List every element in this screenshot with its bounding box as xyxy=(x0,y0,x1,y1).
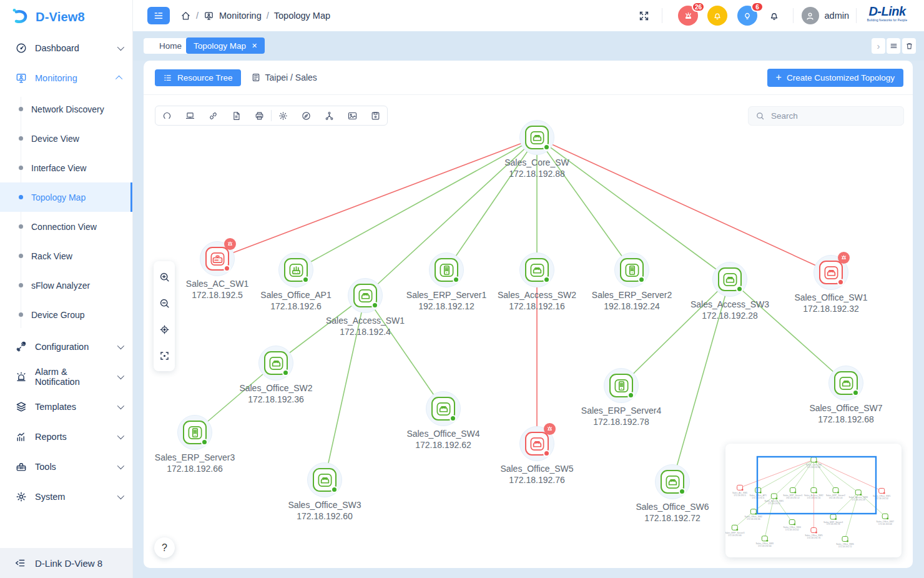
sidebar-item-templates[interactable]: Templates xyxy=(0,392,132,422)
collapse-sidebar-icon xyxy=(14,557,26,569)
sidebar-item-sflow-analyzer[interactable]: sFlow Analyzer xyxy=(0,271,132,300)
topology-node-sales-office-ap1[interactable]: Sales_Office_AP1172.18.192.6 xyxy=(278,252,313,287)
sidebar-item-reports[interactable]: Reports xyxy=(0,422,132,452)
tab-home[interactable]: Home xyxy=(149,38,192,54)
tabs-menu-button[interactable] xyxy=(887,38,900,54)
link-button[interactable] xyxy=(202,106,225,125)
topology-node-sales-office-sw2[interactable]: Sales_Office_SW2172.18.192.36 xyxy=(258,346,293,381)
sidebar-item-topology-map[interactable]: Topology Map xyxy=(0,182,132,212)
refresh-icon xyxy=(162,111,172,121)
topology-node-sales-office-sw7[interactable]: Sales_Office_SW7172.18.192.68 xyxy=(828,366,863,401)
tabs-scroll-right-button[interactable]: › xyxy=(872,38,885,54)
sidebar-item-interface-view[interactable]: Interface View xyxy=(0,153,132,182)
topology-node-sales-office-sw1[interactable]: Sales_Office_SW1172.18.192.32 xyxy=(813,255,848,290)
sidebar-item-system[interactable]: System xyxy=(0,482,132,512)
close-icon[interactable]: ✕ xyxy=(252,42,257,50)
search-input[interactable] xyxy=(770,111,888,121)
node-label: Sales_Access_SW1172.18.192.4 xyxy=(303,315,428,337)
topology-header-row: Resource Tree Taipei / Sales + Create Cu… xyxy=(144,61,913,95)
locate-button[interactable] xyxy=(154,316,175,342)
tabs-close-all-button[interactable] xyxy=(902,38,916,54)
sidebar-item-dashboard[interactable]: Dashboard xyxy=(0,33,132,63)
sidebar-item-label: sFlow Analyzer xyxy=(31,281,90,291)
chevron-down-icon xyxy=(117,372,124,379)
tree-list-icon xyxy=(163,73,172,82)
bullet-icon xyxy=(19,166,23,170)
node-label: Sales_ERP_Server3172.18.192.66 xyxy=(132,452,257,474)
topology-location: Taipei / Sales xyxy=(251,72,317,82)
chevron-right-icon: › xyxy=(877,41,880,51)
node-halo xyxy=(519,252,554,287)
sidebar-item-network-discovery[interactable]: Network Discovery xyxy=(0,94,132,124)
node-label: Sales_Office_SW4172.18.192.62 xyxy=(381,428,506,451)
sidebar-item-rack-view[interactable]: Rack View xyxy=(0,241,132,271)
topology-node-sales-office-sw5[interactable]: Sales_Office_SW5172.18.192.76 xyxy=(519,426,554,461)
sidebar-item-device-view[interactable]: Device View xyxy=(0,124,132,153)
link-icon xyxy=(208,111,219,121)
breadcrumb-topology-map[interactable]: Topology Map xyxy=(274,11,330,21)
topology-node-sales-access-sw3[interactable]: Sales_Access_SW3172.18.192.28 xyxy=(712,262,747,297)
zoom-out-button[interactable] xyxy=(154,290,175,316)
bell-icon xyxy=(712,11,722,21)
resource-tree-button[interactable]: Resource Tree xyxy=(155,69,241,86)
compass-button[interactable] xyxy=(295,106,318,125)
bullet-icon xyxy=(19,107,23,111)
topology-node-sales-core-sw[interactable]: Sales_Core_SW172.18.192.88 xyxy=(519,120,554,155)
user-menu[interactable]: admin xyxy=(802,0,850,31)
sidebar-item-connection-view[interactable]: Connection View xyxy=(0,212,132,241)
zoom-in-button[interactable] xyxy=(154,264,175,290)
settings-button[interactable] xyxy=(272,106,295,125)
dview8-app: D-View8 Dashboard Monitoring Network Dis… xyxy=(0,0,924,578)
sidebar-item-device-group[interactable]: Device Group xyxy=(0,300,132,329)
node-name: Sales_ERP_Server4 xyxy=(559,405,684,416)
node-label: Sales_Office_SW3172.18.192.60 xyxy=(262,499,387,522)
notification-center-button[interactable] xyxy=(707,6,727,26)
sidebar-item-tools[interactable]: Tools xyxy=(0,452,132,482)
fit-screen-icon xyxy=(159,350,170,362)
help-button[interactable]: ? xyxy=(154,537,175,558)
create-customized-topology-button[interactable]: + Create Customized Topology xyxy=(767,69,903,87)
sidebar: D-View8 Dashboard Monitoring Network Dis… xyxy=(0,0,133,578)
node-ip: 172.18.192.66 xyxy=(132,463,257,474)
topology-branch-button[interactable] xyxy=(318,106,341,125)
sidebar-item-alarm-notification[interactable]: Alarm & Notification xyxy=(0,362,132,392)
node-halo xyxy=(604,368,639,403)
save-button[interactable] xyxy=(364,106,387,125)
username: admin xyxy=(825,11,850,21)
topology-node-sales-access-sw1[interactable]: Sales_Access_SW1172.18.192.4 xyxy=(348,278,383,313)
app-logo[interactable]: D-View8 xyxy=(0,0,132,33)
alarm-icon xyxy=(15,371,27,383)
search-box[interactable] xyxy=(748,106,904,126)
document-button[interactable] xyxy=(225,106,248,125)
topology-node-sales-erp-server2[interactable]: Sales_ERP_Server2192.18.192.24 xyxy=(614,252,649,287)
node-name: Sales_Office_SW6 xyxy=(610,501,735,512)
sidebar-item-monitoring[interactable]: Monitoring xyxy=(0,63,132,93)
refresh-button[interactable] xyxy=(155,106,179,125)
sidebar-footer[interactable]: D-Link D-View 8 xyxy=(0,548,132,578)
topology-node-sales-office-sw3[interactable]: Sales_Office_SW3172.18.192.60 xyxy=(307,462,342,497)
fit-to-screen-button[interactable] xyxy=(154,342,175,369)
topology-node-sales-erp-server3[interactable]: Sales_ERP_Server3172.18.192.66 xyxy=(177,415,212,450)
alarm-badge-icon xyxy=(224,238,236,250)
topology-node-sales-erp-server1[interactable]: Sales_ERP_Server1192.18.192.12 xyxy=(429,252,464,287)
sidebar-item-configuration[interactable]: Configuration xyxy=(0,332,132,362)
status-dot xyxy=(543,450,550,457)
minimap[interactable]: Sales_Core_SW172.18.192.88Sales_AC_SW117… xyxy=(725,444,902,557)
dlink-logo[interactable]: D-Link Building Networks for People xyxy=(858,4,916,22)
fullscreen-button[interactable] xyxy=(636,8,651,23)
topology-node-sales-office-sw6[interactable]: Sales_Office_SW6172.18.192.72 xyxy=(655,464,690,499)
tab-topology-map[interactable]: Topology Map ✕ xyxy=(186,37,265,54)
topology-node-sales-access-sw2[interactable]: Sales_Access_SW2172.18.192.16 xyxy=(519,252,554,287)
system-notifications-button[interactable] xyxy=(767,8,782,23)
node-label: Sales_Core_SW172.18.192.88 xyxy=(474,157,599,179)
topology-node-sales-ac-sw1[interactable]: Sales_AC_SW1172.18.192.5 xyxy=(200,241,235,276)
breadcrumb-monitoring[interactable]: Monitoring xyxy=(219,11,262,21)
home-icon[interactable] xyxy=(180,11,191,21)
node-halo xyxy=(712,262,747,297)
laptop-button[interactable] xyxy=(179,106,202,125)
image-button[interactable] xyxy=(341,106,364,125)
printer-button[interactable] xyxy=(248,106,271,125)
topology-node-sales-office-sw4[interactable]: Sales_Office_SW4172.18.192.62 xyxy=(426,391,461,426)
topology-node-sales-erp-server4[interactable]: Sales_ERP_Server4172.18.192.78 xyxy=(604,368,639,403)
sidebar-toggle-button[interactable] xyxy=(147,7,170,24)
